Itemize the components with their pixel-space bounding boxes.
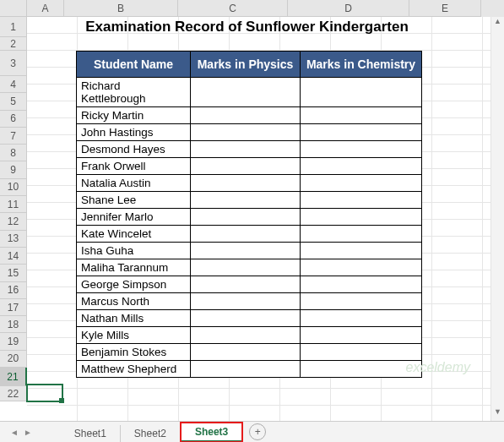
vertical-scrollbar[interactable]: ▲ ▼ bbox=[490, 17, 504, 421]
cell-student-name[interactable]: Benjamin Stokes bbox=[77, 344, 191, 361]
cell-physics[interactable] bbox=[191, 209, 301, 226]
active-cell-indicator bbox=[26, 384, 63, 402]
row-header-14[interactable]: 14 bbox=[0, 248, 27, 265]
row-header-9[interactable]: 9 bbox=[0, 161, 27, 178]
cell-physics[interactable] bbox=[191, 243, 301, 259]
tab-sheet1[interactable]: Sheet1 bbox=[61, 425, 121, 442]
col-header-d[interactable]: D bbox=[288, 0, 409, 17]
cell-physics[interactable] bbox=[191, 327, 301, 344]
cell-physics[interactable] bbox=[191, 293, 301, 310]
spreadsheet-grid: ABCDE 1234567891011121314151617181920212… bbox=[0, 0, 504, 421]
cell-student-name[interactable]: Shane Lee bbox=[77, 192, 191, 209]
row-header-11[interactable]: 11 bbox=[0, 196, 27, 213]
cell-chemistry[interactable] bbox=[301, 259, 422, 276]
row-header-20[interactable]: 20 bbox=[0, 351, 27, 368]
row-header-12[interactable]: 12 bbox=[0, 213, 27, 230]
table-row: Richard Kettlebrough bbox=[77, 78, 422, 107]
row-header-8[interactable]: 8 bbox=[0, 145, 27, 161]
row-header-3[interactable]: 3 bbox=[0, 51, 27, 76]
table-row: Maliha Tarannum bbox=[77, 259, 422, 276]
cell-physics[interactable] bbox=[191, 107, 301, 124]
cell-chemistry[interactable] bbox=[301, 361, 422, 378]
cell-chemistry[interactable] bbox=[301, 327, 422, 344]
cell-student-name[interactable]: George Simpson bbox=[77, 276, 191, 293]
table-row: John Hastings bbox=[77, 124, 422, 141]
scroll-up-icon[interactable]: ▲ bbox=[491, 17, 504, 30]
cell-physics[interactable] bbox=[191, 175, 301, 192]
tab-nav-next-icon[interactable]: ► bbox=[24, 428, 32, 437]
row-header-15[interactable]: 15 bbox=[0, 265, 27, 281]
cell-student-name[interactable]: Maliha Tarannum bbox=[77, 259, 191, 276]
cell-chemistry[interactable] bbox=[301, 141, 422, 158]
col-header-b[interactable]: B bbox=[64, 0, 178, 17]
col-header-a[interactable]: A bbox=[27, 0, 64, 17]
cell-chemistry[interactable] bbox=[301, 175, 422, 192]
cell-physics[interactable] bbox=[191, 310, 301, 327]
cell-student-name[interactable]: Matthew Shepherd bbox=[77, 361, 191, 378]
row-header-1[interactable]: 1 bbox=[0, 17, 27, 37]
cell-physics[interactable] bbox=[191, 226, 301, 243]
row-header-7[interactable]: 7 bbox=[0, 128, 27, 145]
row-header-2[interactable]: 2 bbox=[0, 37, 27, 51]
header-student-name[interactable]: Student Name bbox=[77, 52, 191, 78]
cell-chemistry[interactable] bbox=[301, 344, 422, 361]
table-row: Ricky Martin bbox=[77, 107, 422, 124]
cell-student-name[interactable]: Kyle Mills bbox=[77, 327, 191, 344]
row-header-16[interactable]: 16 bbox=[0, 282, 27, 299]
row-header-18[interactable]: 18 bbox=[0, 316, 27, 333]
row-header-10[interactable]: 10 bbox=[0, 179, 27, 196]
cell-chemistry[interactable] bbox=[301, 158, 422, 175]
row-header-5[interactable]: 5 bbox=[0, 93, 27, 110]
cell-physics[interactable] bbox=[191, 344, 301, 361]
tab-nav-prev-icon[interactable]: ◄ bbox=[10, 428, 19, 437]
row-header-22[interactable]: 22 bbox=[0, 386, 27, 401]
row-header-17[interactable]: 17 bbox=[0, 299, 27, 316]
cell-chemistry[interactable] bbox=[301, 276, 422, 293]
cell-student-name[interactable]: Nathan Mills bbox=[77, 310, 191, 327]
cell-student-name[interactable]: Kate Wincelet bbox=[77, 226, 191, 243]
cell-chemistry[interactable] bbox=[301, 192, 422, 209]
cell-chemistry[interactable] bbox=[301, 78, 422, 107]
cell-physics[interactable] bbox=[191, 78, 301, 107]
row-header-21[interactable]: 21 bbox=[0, 368, 27, 386]
header-marks-chemistry[interactable]: Marks in Chemistry bbox=[301, 52, 422, 78]
cell-student-name[interactable]: Isha Guha bbox=[77, 243, 191, 259]
cell-student-name[interactable]: Jennifer Marlo bbox=[77, 209, 191, 226]
cell-physics[interactable] bbox=[191, 192, 301, 209]
header-marks-physics[interactable]: Marks in Physics bbox=[191, 52, 301, 78]
row-header-6[interactable]: 6 bbox=[0, 111, 27, 128]
cell-student-name[interactable]: Marcus North bbox=[77, 293, 191, 310]
cell-student-name[interactable]: Ricky Martin bbox=[77, 107, 191, 124]
cell-physics[interactable] bbox=[191, 361, 301, 378]
table-row: Natalia Austin bbox=[77, 175, 422, 192]
cell-chemistry[interactable] bbox=[301, 293, 422, 310]
cell-student-name[interactable]: Frank Orwell bbox=[77, 158, 191, 175]
cell-physics[interactable] bbox=[191, 158, 301, 175]
select-all-corner[interactable] bbox=[0, 0, 27, 17]
cell-student-name[interactable]: Richard Kettlebrough bbox=[77, 78, 191, 107]
row-header-19[interactable]: 19 bbox=[0, 333, 27, 350]
cell-chemistry[interactable] bbox=[301, 243, 422, 259]
cell-physics[interactable] bbox=[191, 259, 301, 276]
cell-chemistry[interactable] bbox=[301, 226, 422, 243]
cell-physics[interactable] bbox=[191, 276, 301, 293]
tab-sheet2[interactable]: Sheet2 bbox=[121, 425, 181, 442]
cell-chemistry[interactable] bbox=[301, 124, 422, 141]
cell-student-name[interactable]: John Hastings bbox=[77, 124, 191, 141]
add-sheet-button[interactable]: + bbox=[249, 423, 266, 440]
col-header-e[interactable]: E bbox=[409, 0, 481, 17]
row-header-13[interactable]: 13 bbox=[0, 231, 27, 248]
cell-physics[interactable] bbox=[191, 141, 301, 158]
tab-sheet3[interactable]: Sheet3 bbox=[181, 423, 242, 442]
cell-chemistry[interactable] bbox=[301, 310, 422, 327]
col-header-c[interactable]: C bbox=[178, 0, 288, 17]
cells-area[interactable]: Examination Record of Sunflower Kinderga… bbox=[27, 17, 504, 421]
cell-chemistry[interactable] bbox=[301, 107, 422, 124]
scroll-down-icon[interactable]: ▼ bbox=[491, 407, 504, 421]
cell-student-name[interactable]: Natalia Austin bbox=[77, 175, 191, 192]
cell-chemistry[interactable] bbox=[301, 209, 422, 226]
cell-physics[interactable] bbox=[191, 124, 301, 141]
cell-student-name[interactable]: Desmond Hayes bbox=[77, 141, 191, 158]
row-header-4[interactable]: 4 bbox=[0, 76, 27, 93]
table-row: Frank Orwell bbox=[77, 158, 422, 175]
